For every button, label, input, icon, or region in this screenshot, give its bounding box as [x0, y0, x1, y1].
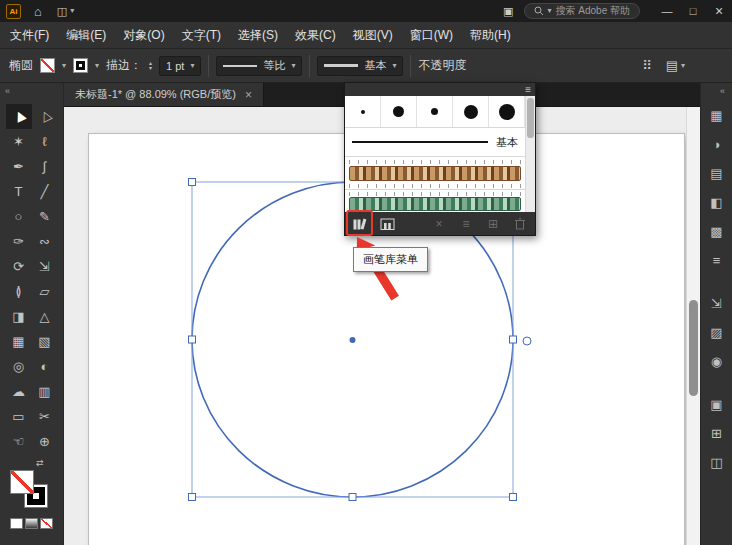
color-guide-panel-icon[interactable]: ◑	[704, 130, 730, 159]
menu-edit[interactable]: 编辑(E)	[66, 27, 106, 44]
menu-window[interactable]: 窗口(W)	[410, 27, 453, 44]
layers-panel-icon[interactable]: ▣	[704, 390, 730, 419]
opacity-label[interactable]: 不透明度	[418, 57, 466, 74]
tab-close-icon[interactable]: ×	[245, 88, 252, 102]
chevron-down-icon: ▾	[190, 62, 194, 70]
width-profile-select[interactable]: 等比 ▾	[216, 56, 302, 76]
expand-panels-icon[interactable]: «	[720, 83, 732, 99]
fill-swatch[interactable]	[40, 58, 55, 73]
search-box[interactable]: ▾ 搜索 Adobe 帮助	[524, 3, 641, 19]
menu-file[interactable]: 文件(F)	[10, 27, 49, 44]
dock-icons: ▦◑▤◧▩≡⇲▨◉▣⊞◫	[704, 101, 730, 477]
tooltip: 画笔库菜单	[353, 247, 428, 272]
touch-workspace-icon[interactable]: ⠿	[642, 58, 652, 73]
perspective-grid-tool[interactable]: △	[32, 304, 58, 329]
appearance-panel-icon[interactable]: ◉	[704, 347, 730, 376]
stroke-panel-icon[interactable]: ≡	[704, 246, 730, 275]
pencil-tool[interactable]: ✎	[32, 204, 58, 229]
pattern-brush-item[interactable]	[345, 157, 525, 190]
dot-brush-3[interactable]	[417, 96, 453, 127]
dot-brush-preview	[499, 104, 515, 120]
artboard-tool[interactable]: ▭	[6, 404, 32, 429]
minimize-button[interactable]: —	[654, 0, 680, 22]
pattern-brush-item-2[interactable]	[345, 190, 525, 212]
panel-scrollbar[interactable]	[525, 96, 535, 212]
line-segment-tool[interactable]: ╱	[32, 179, 58, 204]
dot-brush-2[interactable]	[381, 96, 417, 127]
toolbar-collapse-icon[interactable]: «	[0, 83, 63, 99]
menu-type[interactable]: 文字(T)	[182, 27, 221, 44]
paintbrush-tool[interactable]: ✑	[6, 229, 32, 254]
zoom-tool[interactable]: ⊕	[32, 429, 58, 454]
panel-scrollbar-thumb[interactable]	[527, 98, 534, 138]
gradient-mode-button[interactable]	[25, 518, 38, 529]
gradient-panel-icon[interactable]: ◧	[704, 188, 730, 217]
document-tab[interactable]: 未标题-1* @ 88.09% (RGB/预览) ×	[64, 83, 264, 106]
maximize-button[interactable]: □	[680, 0, 706, 22]
dot-brush-1[interactable]	[345, 96, 381, 127]
asset-export-panel-icon[interactable]: ◫	[704, 448, 730, 477]
symbol-sprayer-tool[interactable]: ☁	[6, 379, 32, 404]
lasso-tool[interactable]: ℓ	[32, 129, 58, 154]
magic-wand-tool[interactable]: ✶	[6, 129, 32, 154]
swap-fill-stroke-icon[interactable]: ⇄	[36, 458, 63, 468]
open-documents-icon[interactable]: ▣	[503, 5, 513, 18]
direct-selection-tool[interactable]: ▷	[32, 104, 58, 129]
color-panel-icon[interactable]: ▦	[704, 101, 730, 130]
gradient-tool[interactable]: ▧	[32, 329, 58, 354]
delete-brush-button	[511, 216, 529, 232]
panel-switcher-button[interactable]: ▤ ▾	[666, 58, 685, 73]
stroke-weight-stepper[interactable]: ▴ ▾	[149, 61, 152, 71]
dot-brush-4[interactable]	[453, 96, 489, 127]
menu-view[interactable]: 视图(V)	[353, 27, 393, 44]
ellipse-tool[interactable]: ○	[6, 204, 32, 229]
fill-color-well[interactable]	[10, 470, 34, 494]
shaper-tool[interactable]: ∾	[32, 229, 58, 254]
popup-header: ≡	[345, 83, 535, 96]
chevron-down-icon[interactable]: ▾	[95, 62, 99, 70]
pen-tool[interactable]: ✒	[6, 154, 32, 179]
export-panel-icon[interactable]: ⇲	[704, 289, 730, 318]
column-graph-tool[interactable]: ▥	[32, 379, 58, 404]
width-tool[interactable]: ≬	[6, 279, 32, 304]
mesh-tool[interactable]: ▦	[6, 329, 32, 354]
swatches-panel-icon[interactable]: ▤	[704, 159, 730, 188]
brush-definition-select[interactable]: 基本 ▾	[317, 56, 403, 76]
basic-brush-item[interactable]: 基本	[345, 128, 525, 157]
free-transform-tool[interactable]: ▱	[32, 279, 58, 304]
curvature-tool[interactable]: ∫	[32, 154, 58, 179]
dot-brush-5[interactable]	[489, 96, 525, 127]
blend-tool[interactable]: ◐	[32, 354, 58, 379]
scrollbar-thumb[interactable]	[689, 300, 698, 396]
menu-select[interactable]: 选择(S)	[238, 27, 278, 44]
hand-tool[interactable]: ☜	[6, 429, 32, 454]
app-logo-icon[interactable]: Ai	[6, 4, 21, 19]
stroke-weight-select[interactable]: 1 pt ▾	[159, 56, 201, 76]
scale-tool[interactable]: ⇲	[32, 254, 58, 279]
color-mode-button[interactable]	[10, 518, 23, 529]
brush-libraries-menu-button[interactable]	[351, 216, 369, 232]
eyedropper-tool[interactable]: ◎	[6, 354, 32, 379]
workspace-layout-button[interactable]: ◫ ▾	[57, 5, 74, 18]
artboards-panel-icon[interactable]: ⊞	[704, 419, 730, 448]
libraries-shelf-icon	[380, 217, 395, 231]
close-button[interactable]: ×	[706, 0, 732, 22]
none-mode-button[interactable]	[40, 518, 53, 529]
chevron-down-icon[interactable]: ▾	[62, 62, 66, 70]
vertical-scrollbar[interactable]	[686, 107, 700, 545]
slice-tool[interactable]: ✂	[32, 404, 58, 429]
pattern-panel-icon[interactable]: ▩	[704, 217, 730, 246]
menu-object[interactable]: 对象(O)	[123, 27, 164, 44]
shape-builder-tool[interactable]: ◨	[6, 304, 32, 329]
type-tool[interactable]: T	[6, 179, 32, 204]
home-icon[interactable]: ⌂	[34, 4, 42, 19]
libraries-panel-button[interactable]	[378, 216, 396, 232]
menu-effect[interactable]: 效果(C)	[295, 27, 336, 44]
rotate-tool[interactable]: ⟳	[6, 254, 32, 279]
menu-help[interactable]: 帮助(H)	[470, 27, 511, 44]
panel-flyout-menu-icon[interactable]: ≡	[525, 85, 531, 95]
stepper-down-icon[interactable]: ▾	[149, 66, 152, 71]
transparency-panel-icon[interactable]: ▨	[704, 318, 730, 347]
selection-tool[interactable]: ▶	[6, 104, 32, 129]
stroke-swatch[interactable]	[73, 58, 88, 73]
